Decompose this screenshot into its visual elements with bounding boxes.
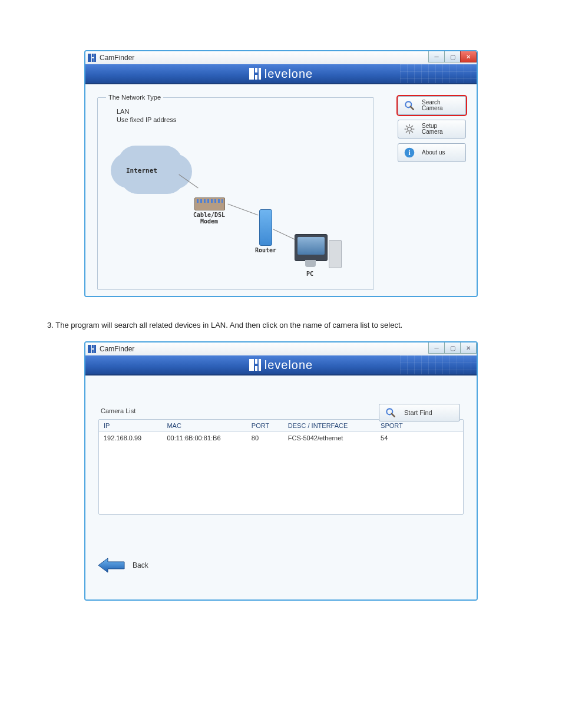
table-row[interactable]: 192.168.0.99 00:11:6B:00:81:B6 80 FCS-50… <box>99 432 463 444</box>
svg-rect-23 <box>92 350 94 353</box>
svg-line-16 <box>411 131 413 133</box>
sidebar-buttons: Search Camera Setup Camera i About us <box>398 96 466 167</box>
network-type-fieldset: The Network Type LAN Use fixed IP addres… <box>97 94 374 290</box>
brandbar-grid-decor <box>400 355 477 374</box>
app-icon <box>88 345 96 353</box>
about-us-button[interactable]: i About us <box>398 143 466 162</box>
brand-text: levelone <box>265 67 313 81</box>
svg-rect-1 <box>92 54 94 57</box>
back-label: Back <box>133 561 148 569</box>
diagram-line <box>273 229 295 240</box>
titlebar: CamFinder ─ ▢ ✕ <box>85 342 477 355</box>
cell-sport: 54 <box>376 432 418 444</box>
diagram-line <box>178 174 198 189</box>
minimize-button[interactable]: ─ <box>428 51 445 62</box>
start-find-button[interactable]: Start Find <box>379 404 460 421</box>
doc-step-text: 3. The program will search all related d… <box>47 321 538 330</box>
brand-icon <box>249 359 261 371</box>
brand-bar: levelone <box>85 64 477 84</box>
brand-text: levelone <box>265 358 313 372</box>
info-icon: i <box>403 146 416 159</box>
magnifier-icon <box>384 406 397 419</box>
cell-ip: 192.168.0.99 <box>99 432 162 444</box>
svg-line-9 <box>411 107 414 110</box>
cell-mac: 00:11:6B:00:81:B6 <box>162 432 246 444</box>
col-desc[interactable]: DESC / INTERFACE <box>283 420 376 432</box>
magnifier-icon <box>403 99 416 112</box>
window-controls: ─ ▢ ✕ <box>429 342 477 353</box>
network-diagram: Internet Cable/DSL Modem Router PC <box>106 134 365 281</box>
col-sport[interactable]: SPORT <box>376 420 418 432</box>
start-find-label: Start Find <box>404 409 432 416</box>
svg-rect-0 <box>88 54 91 62</box>
network-type-line1: LAN <box>117 108 365 115</box>
svg-rect-5 <box>255 68 257 73</box>
setup-camera-label: Setup Camera <box>422 123 443 136</box>
svg-rect-2 <box>92 58 94 62</box>
svg-marker-31 <box>98 558 124 572</box>
internet-cloud-icon <box>118 146 183 181</box>
svg-point-10 <box>408 127 412 131</box>
svg-rect-25 <box>249 359 254 371</box>
svg-rect-22 <box>92 345 94 348</box>
window-body: Start Find Camera List IP MAC PORT DESC … <box>85 375 477 599</box>
brandbar-grid-decor <box>400 64 477 83</box>
pc-icon <box>295 234 342 269</box>
back-button[interactable]: Back <box>98 557 464 574</box>
camfinder-window-network: CamFinder ─ ▢ ✕ levelone The Network Typ… <box>84 50 478 297</box>
about-us-label: About us <box>422 150 445 156</box>
svg-line-30 <box>392 414 395 417</box>
svg-line-18 <box>411 126 413 127</box>
router-icon <box>259 209 272 246</box>
svg-rect-26 <box>255 359 257 364</box>
minimize-button[interactable]: ─ <box>428 342 445 354</box>
maximize-button[interactable]: ▢ <box>444 342 461 354</box>
svg-line-17 <box>406 131 408 133</box>
internet-label: Internet <box>126 167 157 174</box>
svg-rect-6 <box>255 75 257 80</box>
router-label: Router <box>245 247 286 253</box>
cell-desc: FCS-5042/ethernet <box>283 432 376 444</box>
diagram-line <box>227 204 258 216</box>
svg-rect-7 <box>259 68 261 80</box>
app-icon <box>88 54 96 62</box>
network-type-line2: Use fixed IP address <box>117 116 365 123</box>
camfinder-window-list: CamFinder ─ ▢ ✕ levelone Start Find Came… <box>84 341 478 601</box>
svg-rect-24 <box>94 345 96 353</box>
doc-intro-line <box>82 29 538 38</box>
svg-line-15 <box>406 126 408 127</box>
window-title: CamFinder <box>100 54 134 62</box>
svg-rect-28 <box>259 359 261 371</box>
modem-icon <box>194 197 225 210</box>
search-camera-label: Search Camera <box>422 100 443 112</box>
setup-camera-button[interactable]: Setup Camera <box>398 120 466 139</box>
maximize-button[interactable]: ▢ <box>444 51 461 62</box>
titlebar: CamFinder ─ ▢ ✕ <box>85 51 477 64</box>
pc-label: PC <box>306 271 313 277</box>
window-body: The Network Type LAN Use fixed IP addres… <box>85 84 477 296</box>
cell-port: 80 <box>247 432 283 444</box>
network-type-legend: The Network Type <box>106 94 163 101</box>
close-button[interactable]: ✕ <box>460 51 477 62</box>
close-button[interactable]: ✕ <box>460 342 477 354</box>
brand-bar: levelone <box>85 355 477 375</box>
col-port[interactable]: PORT <box>247 420 283 432</box>
svg-rect-21 <box>88 345 91 353</box>
col-ip[interactable]: IP <box>99 420 162 432</box>
camera-table[interactable]: IP MAC PORT DESC / INTERFACE SPORT 192.1… <box>98 419 464 515</box>
back-arrow-icon <box>98 557 125 574</box>
search-camera-button[interactable]: Search Camera <box>398 96 466 115</box>
gear-icon <box>403 123 416 136</box>
col-mac[interactable]: MAC <box>162 420 246 432</box>
window-title: CamFinder <box>100 345 134 353</box>
modem-label: Cable/DSL Modem <box>187 212 231 225</box>
svg-rect-3 <box>94 54 96 62</box>
svg-rect-4 <box>249 68 254 80</box>
window-controls: ─ ▢ ✕ <box>429 51 477 62</box>
svg-rect-27 <box>255 366 257 371</box>
brand-icon <box>249 68 261 80</box>
